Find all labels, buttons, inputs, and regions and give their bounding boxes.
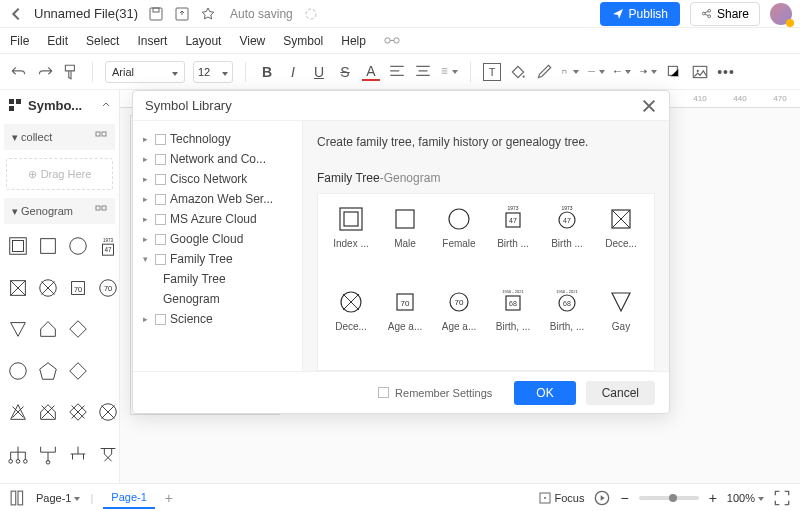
play-icon[interactable]: [594, 490, 610, 506]
publish-button[interactable]: Publish: [600, 2, 680, 26]
tree-item[interactable]: ▸MS Azure Cloud: [137, 209, 298, 229]
glasses-icon[interactable]: [384, 33, 400, 49]
shape-age-m[interactable]: 70: [66, 276, 90, 300]
tree-item[interactable]: ▸Amazon Web Ser...: [137, 189, 298, 209]
tree-item[interactable]: ▸Cisco Network: [137, 169, 298, 189]
shape-house-x[interactable]: [36, 400, 60, 424]
symbol-birth-m[interactable]: 197347Birth ...: [490, 204, 536, 277]
shape-diam-x[interactable]: [66, 400, 90, 424]
font-select[interactable]: Arial: [105, 61, 185, 83]
undo-icon[interactable]: [10, 63, 28, 81]
format-painter-icon[interactable]: [62, 63, 80, 81]
symbol-bd-f[interactable]: 1956 - 202168Birth, ...: [544, 287, 590, 360]
shape-male[interactable]: [36, 234, 60, 258]
tree-item[interactable]: ▸Technology: [137, 129, 298, 149]
drag-target[interactable]: ⊕ Drag Here: [6, 158, 113, 190]
menu-view[interactable]: View: [239, 34, 265, 48]
focus-button[interactable]: Focus: [539, 492, 585, 504]
arrow-end-icon[interactable]: [639, 63, 657, 81]
fullscreen-icon[interactable]: [774, 490, 790, 506]
valign-icon[interactable]: [414, 63, 432, 81]
shape-dec-f[interactable]: [36, 276, 60, 300]
symbol-dec-m[interactable]: Dece...: [598, 204, 644, 277]
shape-diamond[interactable]: [66, 317, 90, 341]
symbol-bd-m[interactable]: 1956 - 202168Birth, ...: [490, 287, 536, 360]
font-color-icon[interactable]: A: [362, 63, 380, 81]
symbol-dec-f[interactable]: Dece...: [328, 287, 374, 360]
save-icon[interactable]: [148, 6, 164, 22]
shape-diamond2[interactable]: [66, 359, 90, 383]
more-icon[interactable]: •••: [717, 63, 735, 81]
menu-help[interactable]: Help: [341, 34, 366, 48]
tree-item[interactable]: ▸Science: [137, 309, 298, 329]
shape-conn4[interactable]: [96, 442, 119, 466]
shape-conn1[interactable]: [6, 442, 30, 466]
add-page-button[interactable]: +: [165, 490, 173, 506]
spacing-icon[interactable]: [440, 63, 458, 81]
shape-pent[interactable]: [36, 359, 60, 383]
strike-icon[interactable]: S: [336, 63, 354, 81]
symbol-gay[interactable]: Gay: [598, 287, 644, 360]
image-icon[interactable]: [691, 63, 709, 81]
tree-item[interactable]: Family Tree: [137, 269, 298, 289]
tree-item[interactable]: ▾Family Tree: [137, 249, 298, 269]
sidebar-section-genogram[interactable]: ▾ Genogram: [4, 198, 115, 224]
shape-tri-x[interactable]: [6, 400, 30, 424]
symbol-age-f[interactable]: 70Age a...: [436, 287, 482, 360]
zoom-out[interactable]: −: [620, 490, 628, 506]
shape-conn3[interactable]: [66, 442, 90, 466]
tree-item[interactable]: ▸Google Cloud: [137, 229, 298, 249]
shape-index[interactable]: [6, 234, 30, 258]
menu-symbol[interactable]: Symbol: [283, 34, 323, 48]
shape-circ-x[interactable]: [96, 400, 119, 424]
filename[interactable]: Unnamed File(31): [34, 6, 138, 21]
shape-age-f[interactable]: 70: [96, 276, 119, 300]
menu-layout[interactable]: Layout: [185, 34, 221, 48]
shape-dec-m[interactable]: [6, 276, 30, 300]
page-tab[interactable]: Page-1: [103, 487, 154, 509]
grid-icon[interactable]: [95, 205, 107, 217]
line-style-icon[interactable]: [587, 63, 605, 81]
symbol-male[interactable]: Male: [382, 204, 428, 277]
zoom-in[interactable]: +: [709, 490, 717, 506]
sidebar-header[interactable]: Symbo...: [0, 90, 119, 120]
symbol-index[interactable]: Index ...: [328, 204, 374, 277]
chevron-up-icon[interactable]: [101, 98, 111, 113]
shape-tri-dn[interactable]: [6, 317, 30, 341]
tree-item[interactable]: Genogram: [137, 289, 298, 309]
text-tool-icon[interactable]: T: [483, 63, 501, 81]
page-indicator[interactable]: Page-1: [36, 492, 80, 504]
underline-icon[interactable]: U: [310, 63, 328, 81]
shadow-icon[interactable]: [665, 63, 683, 81]
sidebar-collect[interactable]: ▾ collect: [4, 124, 115, 150]
page-list-icon[interactable]: [10, 490, 26, 506]
bold-icon[interactable]: B: [258, 63, 276, 81]
fill-icon[interactable]: [509, 63, 527, 81]
ok-button[interactable]: OK: [514, 381, 575, 405]
arrow-start-icon[interactable]: [613, 63, 631, 81]
grid-icon[interactable]: [95, 131, 107, 143]
italic-icon[interactable]: I: [284, 63, 302, 81]
shape-female[interactable]: [66, 234, 90, 258]
menu-select[interactable]: Select: [86, 34, 119, 48]
tree-item[interactable]: ▸Network and Co...: [137, 149, 298, 169]
zoom-slider[interactable]: [639, 496, 699, 500]
menu-file[interactable]: File: [10, 34, 29, 48]
shape-conn2[interactable]: [36, 442, 60, 466]
align-icon[interactable]: [388, 63, 406, 81]
connector-icon[interactable]: [561, 63, 579, 81]
symbol-female[interactable]: Female: [436, 204, 482, 277]
redo-icon[interactable]: [36, 63, 54, 81]
close-icon[interactable]: [641, 98, 657, 114]
cancel-button[interactable]: Cancel: [586, 381, 655, 405]
export-icon[interactable]: [174, 6, 190, 22]
menu-insert[interactable]: Insert: [137, 34, 167, 48]
remember-checkbox[interactable]: Remember Settings: [378, 387, 492, 399]
shape-house[interactable]: [36, 317, 60, 341]
font-size-select[interactable]: 12: [193, 61, 233, 83]
back-chevron-icon[interactable]: [8, 6, 24, 22]
pencil-icon[interactable]: [535, 63, 553, 81]
menu-edit[interactable]: Edit: [47, 34, 68, 48]
star-icon[interactable]: [200, 6, 216, 22]
avatar[interactable]: [770, 3, 792, 25]
